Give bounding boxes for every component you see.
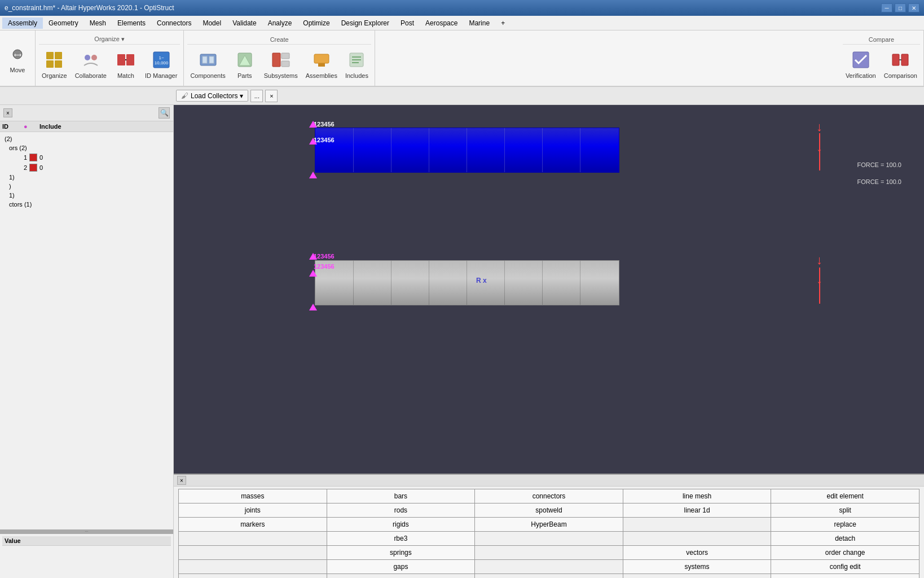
menu-model[interactable]: Model (197, 17, 227, 29)
cell-rods[interactable]: rods (327, 503, 476, 518)
cell-elem-types[interactable]: elem types (771, 574, 919, 578)
menu-design-explorer[interactable]: Design Explorer (336, 17, 395, 29)
components-button[interactable]: Components (187, 47, 228, 81)
svg-rect-15 (203, 56, 207, 63)
constraint-tri-5 (309, 270, 317, 277)
svg-rect-3 (55, 52, 62, 59)
load-collectors-close-button[interactable]: × (265, 90, 278, 102)
toolbar-compare-section: Compare Verification (839, 30, 924, 86)
subsystems-icon (270, 49, 292, 71)
menu-aerospace[interactable]: Aerospace (420, 17, 463, 29)
menu-add[interactable]: + (495, 17, 511, 29)
maximize-button[interactable]: □ (895, 3, 906, 12)
organize-button[interactable]: Organize (39, 47, 70, 81)
tree-item-ors[interactable]: ors (2) (2, 143, 171, 152)
cell-split[interactable]: split (771, 503, 919, 518)
left-panel-close-button[interactable]: × (3, 108, 12, 117)
close-button[interactable]: ✕ (908, 3, 919, 12)
toolbar-create-section: Create Components (184, 30, 375, 86)
cell-config-edit[interactable]: config edit (771, 560, 919, 574)
menu-validate[interactable]: Validate (227, 17, 262, 29)
tree-item-1close[interactable]: 1) (2, 173, 171, 182)
force-arrow-1: ↓ (816, 121, 822, 133)
tree-item-ctors[interactable]: ctors (1) (2, 200, 171, 209)
panel-content: (2) ors (2) 1 0 2 0 1) ) 1) ctors (1) (0, 132, 173, 529)
cell-order-change[interactable]: order change (771, 546, 919, 560)
subsystems-label: Subsystems (264, 72, 298, 79)
cell-rigids[interactable]: rigids (327, 518, 476, 532)
load-collectors-options-button[interactable]: ... (250, 90, 263, 102)
force-label-2: FORCE = 100.0 (857, 178, 901, 185)
includes-label: Includes (345, 72, 368, 79)
tree-item-1[interactable]: 1 0 (2, 152, 171, 163)
parts-icon (234, 49, 256, 71)
verification-button[interactable]: Verification (843, 47, 879, 81)
cell-springs[interactable]: springs (327, 546, 476, 560)
search-button[interactable]: 🔍 (159, 107, 170, 119)
cell-empty-12 (623, 574, 772, 578)
cell-replace[interactable]: replace (771, 518, 919, 532)
load-collectors-label: Load Collectors (191, 92, 237, 100)
assemblies-icon (310, 49, 333, 71)
cell-vectors[interactable]: vectors (623, 546, 772, 560)
organize-header: Organize ▾ (39, 36, 180, 45)
collaborate-label: Collaborate (75, 72, 107, 79)
cell-systems[interactable]: systems (623, 560, 772, 574)
viewport-canvas: R x 123456 123456 123456 123456 ↓ (174, 105, 924, 578)
viewport[interactable]: R x 123456 123456 123456 123456 ↓ (174, 105, 924, 578)
move-button[interactable]: ⟷ Move (3, 41, 32, 75)
tree-item-2[interactable]: (2) (2, 134, 171, 143)
menu-assembly[interactable]: Assembly (2, 17, 43, 29)
comparison-button[interactable]: Comparison (881, 47, 920, 81)
cell-bars[interactable]: bars (327, 489, 476, 503)
svg-rect-30 (901, 54, 908, 65)
cell-edit-element[interactable]: edit element (771, 489, 919, 503)
cell-masses[interactable]: masses (179, 489, 327, 503)
match-button[interactable]: Match (112, 47, 140, 81)
svg-rect-2 (46, 52, 54, 59)
svg-rect-8 (117, 54, 125, 65)
tree-item-2b[interactable]: 2 0 (2, 163, 171, 173)
cell-hyperbeam[interactable]: HyperBeam (475, 518, 623, 532)
collaborate-button[interactable]: Collaborate (72, 47, 109, 81)
menu-geometry[interactable]: Geometry (43, 17, 84, 29)
titlebar: e_constraint.hm* - Altair HyperWorks 202… (0, 0, 924, 16)
constraint-tri-3 (309, 172, 317, 178)
cell-empty-9 (179, 574, 327, 578)
move-icon: ⟷ (6, 43, 29, 65)
organize-icon (43, 49, 65, 71)
cell-line-mesh[interactable]: line mesh (623, 489, 772, 503)
minimize-button[interactable]: ─ (881, 3, 892, 12)
cell-gaps[interactable]: gaps (327, 560, 476, 574)
cell-linear-1d[interactable]: linear 1d (623, 503, 772, 518)
parts-button[interactable]: Parts (231, 47, 259, 81)
constraint-tri-4 (309, 253, 317, 260)
menu-post[interactable]: Post (395, 17, 420, 29)
cell-spotweld[interactable]: spotweld (475, 503, 623, 518)
cell-empty-3 (475, 532, 623, 546)
menu-mesh[interactable]: Mesh (84, 17, 112, 29)
create-header: Create (187, 36, 371, 45)
assemblies-button[interactable]: Assemblies (303, 47, 340, 81)
menu-marine[interactable]: Marine (463, 17, 495, 29)
tree-item-1b[interactable]: 1) (2, 191, 171, 200)
tree-item-close[interactable]: ) (2, 182, 171, 191)
menu-analyze[interactable]: Analyze (262, 17, 298, 29)
organize-label: Organize (42, 72, 67, 79)
bottom-panel-close-button[interactable]: × (177, 476, 186, 485)
svg-point-7 (91, 55, 97, 60)
cell-joints[interactable]: joints (179, 503, 327, 518)
cell-detach[interactable]: detach (771, 532, 919, 546)
menu-elements[interactable]: Elements (112, 17, 151, 29)
id-manager-icon: 1~ 10,000 (150, 49, 173, 71)
cell-rbe3[interactable]: rbe3 (327, 532, 476, 546)
menu-optimize[interactable]: Optimize (297, 17, 335, 29)
menu-connectors[interactable]: Connectors (151, 17, 197, 29)
includes-button[interactable]: Includes (342, 47, 371, 81)
load-collectors-button[interactable]: 🖌 Load Collectors ▾ (176, 90, 248, 102)
cell-markers[interactable]: markers (179, 518, 327, 532)
id-manager-button[interactable]: 1~ 10,000 ID Manager (142, 47, 180, 81)
cell-connectors[interactable]: connectors (475, 489, 623, 503)
subsystems-button[interactable]: Subsystems (261, 47, 301, 81)
load-collectors-paintbrush-icon: 🖌 (181, 91, 188, 100)
